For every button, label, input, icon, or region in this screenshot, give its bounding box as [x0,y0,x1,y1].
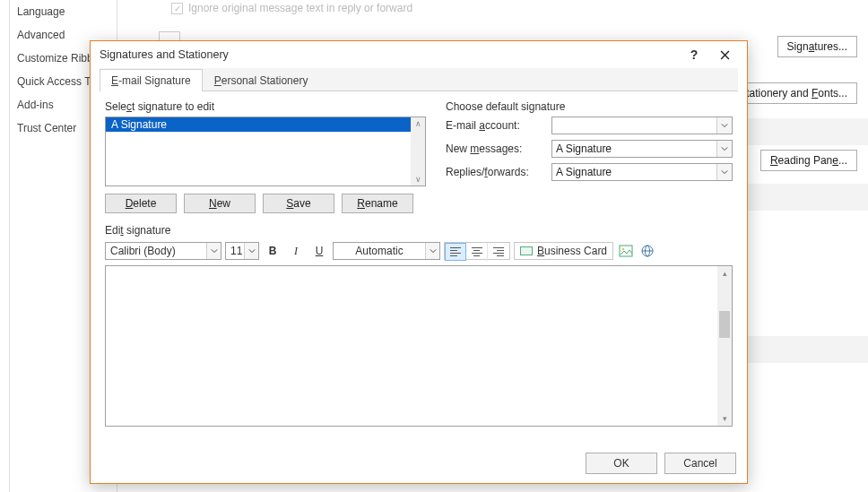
align-right-icon [493,246,504,258]
save-button[interactable]: Save [263,194,334,213]
dialog-body: E-mail Signature Personal Stationery Sel… [91,68,747,436]
combo-value: 11 [230,245,242,257]
default-signature-section: Choose default signature E-mail account:… [446,100,733,213]
select-signature-label: Select signature to edit [105,100,428,113]
combo-value: Automatic [355,245,403,257]
business-card-icon [520,246,533,255]
chevron-down-icon [721,168,728,176]
combo-value: A Signature [556,166,612,178]
listbox-scrollbar[interactable]: ∧ ∨ [411,117,425,186]
font-color-combo[interactable]: Automatic [333,242,440,260]
editor-scrollbar[interactable]: ▴ ▾ [717,266,732,426]
help-button[interactable]: ? [679,44,709,65]
stationery-fonts-button[interactable]: Stationery and Fonts... [729,82,857,104]
select-signature-section: Select signature to edit A Signature ∧ ∨… [105,100,428,213]
underline-button[interactable]: U [309,242,329,260]
signature-listbox[interactable]: A Signature ∧ ∨ [105,117,426,186]
picture-icon [619,244,633,258]
font-size-combo[interactable]: 11 [225,242,259,260]
font-name-combo[interactable]: Calibri (Body) [105,242,221,260]
chevron-down-icon [721,122,728,129]
tabstrip: E-mail Signature Personal Stationery [100,68,738,91]
insert-picture-button[interactable] [617,242,635,260]
signature-editor[interactable]: ▴ ▾ [105,265,733,427]
combo-value: Calibri (Body) [110,245,176,257]
hyperlink-icon [640,244,655,258]
close-button[interactable] [709,44,740,65]
tab-email-signature[interactable]: E-mail Signature [100,69,203,91]
edit-signature-label: Edit signature [105,224,733,237]
replies-forwards-combo[interactable]: A Signature [551,163,733,181]
signature-list-item[interactable]: A Signature [106,117,411,132]
checkbox-label: Ignore original message text in reply or… [188,2,412,14]
rename-button[interactable]: Rename [342,194,413,213]
align-right-button[interactable] [488,243,509,261]
email-account-combo[interactable] [551,117,733,134]
dialog-footer: OK Cancel [586,453,736,474]
signature-button-row: Delete New Save Rename [105,194,428,213]
new-messages-combo[interactable]: A Signature [551,140,733,158]
tab-personal-stationery[interactable]: Personal Stationery [203,69,320,91]
reading-pane-button[interactable]: Reading Pane... [760,150,857,171]
combo-value: A Signature [556,142,612,155]
replies-forwards-label: Replies/forwards: [446,166,544,178]
ok-button[interactable]: OK [586,453,657,474]
ignore-original-checkbox[interactable]: ✓ Ignore original message text in reply … [171,2,412,14]
signatures-stationery-dialog: Signatures and Stationery ? E-mail Signa… [90,40,748,484]
chevron-down-icon [721,145,728,152]
dialog-title: Signatures and Stationery [100,48,679,61]
scroll-down-icon: ∨ [415,173,421,186]
new-messages-label: New messages: [446,142,544,155]
svg-point-3 [622,248,625,251]
scroll-down-icon: ▾ [717,411,732,426]
align-center-button[interactable] [466,243,488,261]
scroll-up-icon: ▴ [717,266,732,281]
cancel-button[interactable]: Cancel [664,453,736,474]
align-center-icon [472,246,482,258]
align-left-button[interactable] [445,243,466,261]
check-icon: ✓ [171,3,183,14]
chevron-down-icon [430,247,437,255]
scroll-up-icon: ∧ [415,117,421,130]
signatures-button[interactable]: Signatures... [777,36,857,57]
email-account-label: E-mail account: [446,119,544,132]
align-left-icon [450,246,461,258]
tab-content: Select signature to edit A Signature ∧ ∨… [100,91,738,427]
new-button[interactable]: New [184,194,256,213]
scroll-thumb[interactable] [719,311,730,338]
alignment-group [444,242,510,260]
dialog-titlebar: Signatures and Stationery ? [91,41,747,68]
editor-toolbar: Calibri (Body) 11 B I U Automatic [105,240,733,262]
bold-button[interactable]: B [263,242,282,260]
business-card-button[interactable]: Business Card [514,242,613,260]
button-label: Business Card [537,245,607,257]
nav-item-language[interactable]: Language [10,0,117,23]
close-icon [720,50,730,60]
insert-hyperlink-button[interactable] [638,242,656,260]
delete-button[interactable]: Delete [105,194,177,213]
chevron-down-icon [211,247,218,255]
italic-button[interactable]: I [286,242,306,260]
defaults-heading: Choose default signature [446,100,733,113]
chevron-down-icon [248,247,256,255]
